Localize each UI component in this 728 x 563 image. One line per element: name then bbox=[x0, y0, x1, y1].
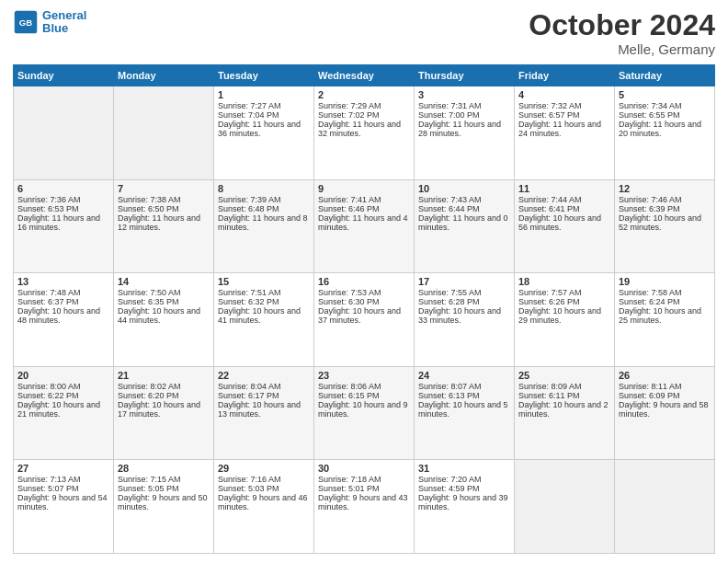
day-number: 11 bbox=[518, 183, 610, 194]
day-number: 1 bbox=[218, 89, 310, 100]
weekday-header: Sunday bbox=[14, 65, 114, 86]
day-number: 3 bbox=[418, 89, 510, 100]
calendar-body: 1Sunrise: 7:27 AMSunset: 7:04 PMDaylight… bbox=[14, 86, 715, 554]
calendar-cell: 23Sunrise: 8:06 AMSunset: 6:15 PMDayligh… bbox=[314, 366, 415, 460]
sunset-text: Sunset: 5:07 PM bbox=[17, 484, 109, 493]
logo-icon: GB bbox=[13, 9, 39, 35]
day-number: 18 bbox=[518, 276, 610, 287]
sunrise-text: Sunrise: 7:57 AM bbox=[518, 288, 610, 297]
sunset-text: Sunset: 6:37 PM bbox=[17, 297, 109, 306]
day-number: 29 bbox=[218, 463, 310, 474]
sunset-text: Sunset: 6:28 PM bbox=[418, 297, 510, 306]
day-number: 6 bbox=[17, 183, 109, 194]
day-number: 4 bbox=[518, 89, 610, 100]
title-block: October 2024 Melle, Germany bbox=[529, 9, 715, 57]
daylight-text: Daylight: 10 hours and 21 minutes. bbox=[17, 400, 109, 419]
daylight-text: Daylight: 9 hours and 58 minutes. bbox=[619, 400, 711, 419]
daylight-text: Daylight: 11 hours and 8 minutes. bbox=[218, 213, 310, 232]
page-subtitle: Melle, Germany bbox=[529, 41, 715, 57]
calendar-week-row: 27Sunrise: 7:13 AMSunset: 5:07 PMDayligh… bbox=[14, 460, 715, 554]
calendar-cell: 25Sunrise: 8:09 AMSunset: 6:11 PMDayligh… bbox=[515, 366, 615, 460]
day-number: 10 bbox=[418, 183, 510, 194]
sunrise-text: Sunrise: 8:07 AM bbox=[418, 382, 510, 391]
calendar-cell: 26Sunrise: 8:11 AMSunset: 6:09 PMDayligh… bbox=[615, 366, 715, 460]
sunrise-text: Sunrise: 7:18 AM bbox=[318, 475, 410, 484]
calendar-cell: 16Sunrise: 7:53 AMSunset: 6:30 PMDayligh… bbox=[314, 273, 415, 367]
calendar-cell: 1Sunrise: 7:27 AMSunset: 7:04 PMDaylight… bbox=[214, 86, 314, 180]
daylight-text: Daylight: 9 hours and 39 minutes. bbox=[418, 493, 510, 511]
sunset-text: Sunset: 6:44 PM bbox=[418, 204, 510, 213]
sunrise-text: Sunrise: 7:32 AM bbox=[518, 101, 610, 110]
sunset-text: Sunset: 7:02 PM bbox=[318, 110, 410, 120]
sunrise-text: Sunrise: 7:39 AM bbox=[218, 195, 310, 204]
day-number: 30 bbox=[318, 463, 410, 474]
weekday-header: Tuesday bbox=[214, 65, 314, 86]
sunset-text: Sunset: 6:15 PM bbox=[318, 391, 410, 400]
daylight-text: Daylight: 11 hours and 36 minutes. bbox=[218, 120, 310, 138]
daylight-text: Daylight: 11 hours and 20 minutes. bbox=[619, 120, 711, 138]
daylight-text: Daylight: 11 hours and 16 minutes. bbox=[17, 213, 109, 232]
calendar-cell: 28Sunrise: 7:15 AMSunset: 5:05 PMDayligh… bbox=[114, 460, 214, 554]
day-number: 14 bbox=[118, 276, 210, 287]
sunset-text: Sunset: 6:39 PM bbox=[619, 204, 711, 213]
calendar-week-row: 6Sunrise: 7:36 AMSunset: 6:53 PMDaylight… bbox=[14, 179, 715, 273]
calendar-week-row: 1Sunrise: 7:27 AMSunset: 7:04 PMDaylight… bbox=[14, 86, 715, 180]
calendar-cell: 19Sunrise: 7:58 AMSunset: 6:24 PMDayligh… bbox=[615, 273, 715, 367]
day-number: 21 bbox=[118, 370, 210, 381]
day-number: 17 bbox=[418, 276, 510, 287]
sunrise-text: Sunrise: 8:00 AM bbox=[17, 382, 109, 391]
daylight-text: Daylight: 11 hours and 24 minutes. bbox=[518, 120, 610, 138]
sunset-text: Sunset: 6:11 PM bbox=[518, 391, 610, 400]
day-number: 27 bbox=[17, 463, 109, 474]
sunrise-text: Sunrise: 7:15 AM bbox=[118, 475, 210, 484]
calendar-cell: 31Sunrise: 7:20 AMSunset: 4:59 PMDayligh… bbox=[415, 460, 515, 554]
sunset-text: Sunset: 7:04 PM bbox=[218, 110, 310, 120]
sunset-text: Sunset: 6:50 PM bbox=[118, 204, 210, 213]
logo-text: General Blue bbox=[42, 9, 86, 36]
day-number: 16 bbox=[318, 276, 410, 287]
sunset-text: Sunset: 5:05 PM bbox=[118, 484, 210, 493]
daylight-text: Daylight: 11 hours and 0 minutes. bbox=[418, 213, 510, 232]
daylight-text: Daylight: 10 hours and 29 minutes. bbox=[518, 306, 610, 325]
sunset-text: Sunset: 6:26 PM bbox=[518, 297, 610, 306]
daylight-text: Daylight: 10 hours and 48 minutes. bbox=[17, 306, 109, 325]
svg-text:GB: GB bbox=[19, 17, 32, 28]
daylight-text: Daylight: 10 hours and 33 minutes. bbox=[418, 306, 510, 325]
day-number: 12 bbox=[619, 183, 711, 194]
daylight-text: Daylight: 11 hours and 4 minutes. bbox=[318, 213, 410, 232]
weekday-header: Monday bbox=[114, 65, 214, 86]
day-number: 25 bbox=[518, 370, 610, 381]
calendar-table: SundayMondayTuesdayWednesdayThursdayFrid… bbox=[13, 64, 715, 554]
calendar-cell: 20Sunrise: 8:00 AMSunset: 6:22 PMDayligh… bbox=[14, 366, 114, 460]
calendar-cell: 6Sunrise: 7:36 AMSunset: 6:53 PMDaylight… bbox=[14, 179, 114, 273]
sunrise-text: Sunrise: 7:50 AM bbox=[118, 288, 210, 297]
weekday-header: Friday bbox=[515, 65, 615, 86]
sunrise-text: Sunrise: 7:48 AM bbox=[17, 288, 109, 297]
sunrise-text: Sunrise: 7:27 AM bbox=[218, 101, 310, 110]
sunrise-text: Sunrise: 8:02 AM bbox=[118, 382, 210, 391]
sunset-text: Sunset: 6:53 PM bbox=[17, 204, 109, 213]
sunset-text: Sunset: 6:46 PM bbox=[318, 204, 410, 213]
sunset-text: Sunset: 6:09 PM bbox=[619, 391, 711, 400]
sunset-text: Sunset: 6:13 PM bbox=[418, 391, 510, 400]
calendar-cell: 12Sunrise: 7:46 AMSunset: 6:39 PMDayligh… bbox=[615, 179, 715, 273]
calendar-cell: 9Sunrise: 7:41 AMSunset: 6:46 PMDaylight… bbox=[314, 179, 415, 273]
page-title: October 2024 bbox=[529, 9, 715, 41]
sunrise-text: Sunrise: 7:43 AM bbox=[418, 195, 510, 204]
sunrise-text: Sunrise: 7:34 AM bbox=[619, 101, 711, 110]
calendar-cell bbox=[615, 460, 715, 554]
sunrise-text: Sunrise: 7:51 AM bbox=[218, 288, 310, 297]
sunrise-text: Sunrise: 8:06 AM bbox=[318, 382, 410, 391]
daylight-text: Daylight: 10 hours and 17 minutes. bbox=[118, 400, 210, 419]
day-number: 8 bbox=[218, 183, 310, 194]
sunrise-text: Sunrise: 7:44 AM bbox=[518, 195, 610, 204]
day-number: 13 bbox=[17, 276, 109, 287]
day-number: 26 bbox=[619, 370, 711, 381]
day-number: 24 bbox=[418, 370, 510, 381]
calendar-week-row: 20Sunrise: 8:00 AMSunset: 6:22 PMDayligh… bbox=[14, 366, 715, 460]
day-number: 20 bbox=[17, 370, 109, 381]
weekday-header: Thursday bbox=[415, 65, 515, 86]
calendar-cell: 7Sunrise: 7:38 AMSunset: 6:50 PMDaylight… bbox=[114, 179, 214, 273]
calendar-cell: 11Sunrise: 7:44 AMSunset: 6:41 PMDayligh… bbox=[515, 179, 615, 273]
daylight-text: Daylight: 9 hours and 50 minutes. bbox=[118, 493, 210, 511]
